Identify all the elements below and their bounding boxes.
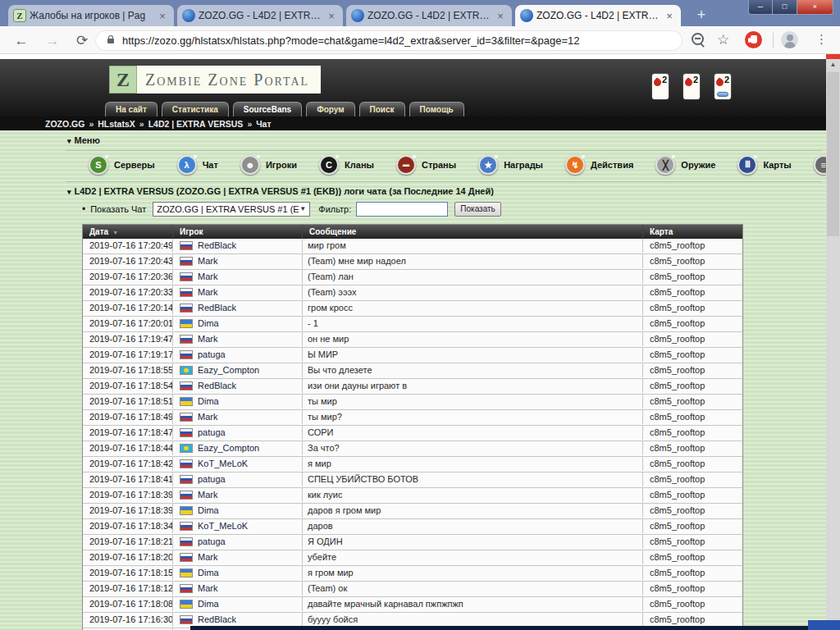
tab-close-icon[interactable]: × — [325, 10, 338, 22]
menu-item[interactable]: ↯ Действия — [565, 155, 633, 175]
table-row: 2019-07-16 17:18:20 Mark убейте c8m5_roo… — [83, 550, 742, 566]
cell-message: СПЕЦ УБИЙСТВО БОТОВ — [303, 472, 643, 486]
table-row: 2019-07-16 17:18:39 Mark кик луис c8m5_r… — [83, 488, 742, 504]
menu-item[interactable]: ★ Награды — [478, 155, 543, 175]
tab-close-icon[interactable]: × — [494, 10, 507, 22]
browser-window: Z Жалобы на игроков | Pag × ZOZO.GG - L4… — [0, 0, 840, 630]
back-button[interactable]: ← — [11, 31, 31, 51]
player-name: KoT_MeLoK — [198, 519, 248, 533]
player-name: Dima — [198, 566, 219, 580]
table-row: 2019-07-16 17:18:39 Dima даров я гром ми… — [83, 504, 742, 519]
l4d2-card-icon[interactable]: 2 — [652, 74, 669, 99]
country-flag-icon — [180, 319, 193, 328]
cell-message: Я ОДИН — [303, 535, 643, 549]
page-scrollbar[interactable]: ▲ — [826, 59, 840, 630]
menu-items: S Серверы λ Чат ☻ Игроки C — [89, 155, 826, 175]
cell-message: ты мир? — [303, 410, 643, 424]
menu-item[interactable]: ☻ Игроки — [240, 155, 297, 175]
scrollbar-thumb[interactable] — [827, 72, 839, 236]
maximize-button[interactable]: □ — [773, 0, 797, 15]
new-tab-button[interactable]: + — [691, 5, 712, 25]
tab-title: Жалобы на игроков | Pag — [30, 10, 153, 21]
site-nav-tab[interactable]: Форум — [306, 102, 354, 117]
site-nav-tab[interactable]: На сайт — [105, 102, 158, 117]
tab-close-icon[interactable]: × — [663, 10, 676, 22]
menu-section-header[interactable]: ▾Меню — [67, 135, 100, 145]
player-name: Mark — [198, 270, 217, 284]
site-nav-tab[interactable]: Помощь — [409, 102, 464, 117]
cell-date: 2019-07-16 17:18:39 — [83, 488, 173, 502]
country-flag-icon — [180, 584, 193, 593]
cell-player: patuga — [173, 472, 303, 486]
cell-player: Dima — [173, 395, 303, 409]
cell-date: 2019-07-16 17:20:36 — [83, 270, 173, 284]
cell-player: RedBlack — [173, 379, 303, 393]
minimize-button[interactable]: ─ — [748, 0, 773, 15]
breadcrumb-link[interactable]: Чат — [256, 119, 271, 129]
browser-tab[interactable]: Z Жалобы на игроков | Pag × — [8, 5, 174, 26]
menu-item-icon: ★ — [478, 155, 498, 175]
url-text[interactable]: https://zozo.gg/hlstatsx/hlstats.php?mod… — [122, 34, 580, 47]
reload-button[interactable]: ⟳ — [72, 31, 92, 51]
browser-tab[interactable]: ZOZO.GG - L4D2 | EXTRA V × — [346, 5, 512, 26]
site-header: Z Zombie Zone Portal На сайт Статистика … — [0, 59, 826, 116]
country-flag-icon — [180, 553, 193, 562]
cell-message: (Team) ок — [303, 582, 643, 596]
tab-close-icon[interactable]: × — [156, 10, 169, 22]
filter-input[interactable] — [356, 202, 448, 217]
address-bar[interactable]: https://zozo.gg/hlstatsx/hlstats.php?mod… — [95, 30, 682, 51]
browser-tab[interactable]: ZOZO.GG - L4D2 | EXTRA V × — [177, 5, 343, 26]
close-button[interactable]: × — [797, 0, 833, 15]
breadcrumb-separator: » — [139, 119, 144, 129]
show-button[interactable]: Показать — [454, 202, 501, 217]
date-header-label: Дата — [89, 227, 108, 236]
cell-message: даров я гром мир — [303, 504, 643, 518]
zoom-out-icon[interactable] — [692, 33, 704, 45]
menu-item[interactable]: ╳ Оружие — [655, 155, 715, 175]
cell-message: (Team) лан — [303, 270, 643, 284]
player-name: RedBlack — [198, 379, 236, 393]
select-value: ZOZO.GG | EXTRA VERSUS #1 (EKB) — [157, 204, 299, 214]
site-title: Zombie Zone Portal — [145, 71, 309, 89]
browser-tab[interactable]: ZOZO.GG - L4D2 | EXTRA V × — [515, 5, 681, 26]
player-name: Mark — [198, 550, 217, 564]
site-logo-icon[interactable]: Z — [109, 66, 137, 94]
menu-item[interactable]: Ⅲ Карты — [737, 155, 791, 175]
menu-item[interactable]: ≡ Роли — [814, 155, 826, 175]
site-nav-tab[interactable]: Статистика — [162, 102, 229, 117]
bookmark-star-icon[interactable]: ☆ — [717, 31, 729, 48]
cell-player: patuga — [173, 535, 303, 549]
profile-avatar[interactable] — [781, 31, 798, 48]
chat-server-select[interactable]: ZOZO.GG | EXTRA VERSUS #1 (EKB) ▼ — [153, 202, 310, 217]
menu-item[interactable]: C Кланы — [319, 155, 374, 175]
breadcrumb-link[interactable]: HLstatsX — [98, 119, 135, 129]
cell-map: c8m5_rooftop — [643, 504, 742, 518]
cell-date: 2019-07-16 17:18:54 — [83, 379, 173, 393]
cell-date: 2019-07-16 17:18:39 — [83, 504, 173, 518]
site-nav-tab[interactable]: Поиск — [359, 102, 405, 117]
breadcrumb-link[interactable]: L4D2 | EXTRA VERSUS — [148, 119, 244, 129]
site-nav-tab-label: Поиск — [370, 105, 395, 114]
site-nav-tab-label: Статистика — [172, 105, 218, 114]
cell-date: 2019-07-16 17:18:12 — [83, 582, 173, 596]
menu-item[interactable]: λ Чат — [177, 155, 218, 175]
column-header-date[interactable]: Дата▼ — [83, 225, 173, 239]
column-header-message[interactable]: Сообщение — [303, 225, 643, 239]
table-row: 2019-07-16 17:18:54 RedBlack изи они дау… — [83, 379, 742, 395]
site-nav-tab[interactable]: SourceBans — [233, 102, 302, 117]
l4d2-card-icon[interactable]: 2 — [714, 74, 731, 99]
collapse-triangle-icon[interactable]: ▾ — [67, 188, 71, 196]
player-name: Mark — [198, 410, 217, 424]
column-header-player[interactable]: Игрок — [173, 225, 303, 239]
scrollbar-up-icon[interactable]: ▲ — [826, 61, 840, 68]
breadcrumb-link[interactable]: ZOZO.GG — [45, 119, 84, 129]
l4d2-card-icon[interactable]: 2 — [683, 74, 700, 99]
breadcrumb-separator: » — [247, 119, 252, 129]
adblock-hand-icon[interactable] — [745, 31, 762, 48]
country-flag-icon — [180, 491, 193, 500]
menu-item[interactable]: ▬ Страны — [396, 155, 456, 175]
menu-item[interactable]: S Серверы — [89, 155, 155, 175]
browser-menu-icon[interactable]: ⋮ — [815, 32, 828, 47]
column-header-map[interactable]: Карта — [643, 225, 742, 239]
collapse-triangle-icon[interactable]: ▾ — [67, 137, 71, 145]
